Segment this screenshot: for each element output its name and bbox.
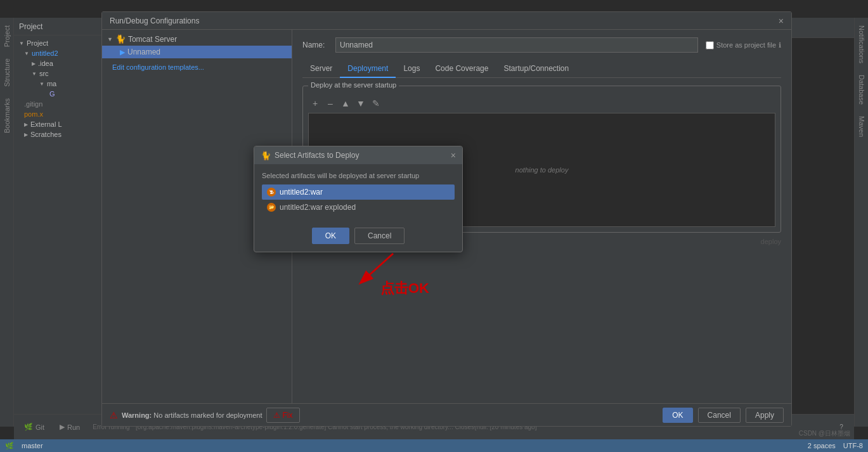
tomcat-server-icon: 🐈 <box>115 34 126 44</box>
warning-icon: ⚠ <box>110 410 118 420</box>
tab-startup-connection[interactable]: Startup/Connection <box>496 60 576 78</box>
tree-item-ma[interactable]: ▼ ma <box>14 79 102 89</box>
artifact-dialog-footer: OK Cancel <box>254 223 462 252</box>
chevron-src: ▼ <box>32 71 37 77</box>
edit-templates-link[interactable]: Edit configuration templates... <box>102 58 292 76</box>
config-tabs: Server Deployment Logs Code Coverage Sta… <box>302 60 781 78</box>
git-icon: 🌿 <box>24 423 33 431</box>
unnamed-config-label: Unnamed <box>127 48 160 56</box>
store-as-file-info-icon: ℹ <box>779 41 781 49</box>
chevron-ma: ▼ <box>39 81 44 87</box>
git-tab[interactable]: 🌿 Git <box>19 420 49 434</box>
edit-artifact-btn[interactable]: ✎ <box>369 96 383 110</box>
tab-code-coverage[interactable]: Code Coverage <box>427 60 496 78</box>
unnamed-config-item[interactable]: ▶ Unnamed <box>102 46 292 58</box>
sidebar-tab-project[interactable]: Project <box>1 20 13 52</box>
status-bar: 🌿 master 2 spaces UTF-8 <box>0 439 868 452</box>
tomcat-chevron-icon: ▼ <box>107 36 113 42</box>
branch-icon: 🌿 <box>5 442 14 450</box>
tab-logs[interactable]: Logs <box>396 60 427 78</box>
artifact-label-war: untitled2:war <box>280 188 323 197</box>
cancel-btn[interactable]: Cancel <box>698 408 741 423</box>
tree-label-g: G <box>49 90 55 98</box>
tree-label-src: src <box>39 70 49 77</box>
tree-item-project[interactable]: ▼ Project <box>14 38 102 48</box>
sidebar-tab-notifications[interactable]: Notifications <box>856 20 867 68</box>
run-debug-close-btn[interactable]: × <box>779 16 784 26</box>
run-tab-label: Run <box>67 423 80 431</box>
tree-item-gitignore[interactable]: .gitign <box>14 99 102 109</box>
apply-btn[interactable]: Apply <box>746 408 784 423</box>
artifact-icon-war: 🗜 <box>267 188 276 197</box>
tree-item-g[interactable]: G <box>14 89 102 99</box>
store-as-file-label: Store as project file <box>716 41 776 49</box>
run-tab[interactable]: ▶ Run <box>55 420 85 434</box>
tomcat-group-label: Tomcat Server <box>128 35 177 44</box>
tree-label-ma: ma <box>47 80 56 87</box>
tree-label-untitled2: untitled2 <box>32 49 58 57</box>
run-config-icon: ▶ <box>120 48 125 56</box>
tomcat-group[interactable]: ▼ 🐈 Tomcat Server <box>102 32 292 46</box>
name-input-field[interactable] <box>335 37 698 53</box>
name-field-label: Name: <box>302 41 328 49</box>
sidebar-tab-database[interactable]: Database <box>856 70 867 110</box>
artifact-label-war-exploded: untitled2:war exploded <box>280 203 356 212</box>
tree-label-idea: .idea <box>38 60 53 67</box>
artifact-dialog-title-label: Select Artifacts to Deploy <box>275 151 359 160</box>
tree-item-scratches[interactable]: ▶ Scratches <box>14 129 102 139</box>
artifact-dialog-close-btn[interactable]: × <box>451 150 456 160</box>
watermark: CSDN @日林墨烟 <box>799 429 850 438</box>
artifact-item-war[interactable]: 🗜 untitled2:war <box>262 184 455 200</box>
deploy-toolbar: + – ▲ ▼ ✎ <box>308 96 775 110</box>
project-panel-header: Project <box>14 18 102 36</box>
move-up-btn[interactable]: ▲ <box>339 96 353 110</box>
run-debug-footer: ⚠ Warning: No artifacts marked for deplo… <box>102 403 791 426</box>
footer-buttons: OK Cancel Apply <box>663 408 784 423</box>
tab-deployment[interactable]: Deployment <box>340 60 396 78</box>
fix-btn[interactable]: ⚠ Fix <box>266 408 300 423</box>
run-debug-title: Run/Debug Configurations <box>110 16 199 25</box>
artifact-dialog-title-text: 🐈 Select Artifacts to Deploy <box>261 151 359 160</box>
artifact-cancel-btn[interactable]: Cancel <box>354 228 405 244</box>
artifact-description: Selected artifacts will be deployed at s… <box>262 172 455 179</box>
tree-label-external: External L <box>30 120 62 128</box>
fix-label: Fix <box>283 411 293 420</box>
tree-item-idea[interactable]: ▶ .idea <box>14 58 102 68</box>
tree-item-untitled2[interactable]: ▼ untitled2 <box>14 48 102 58</box>
ok-btn[interactable]: OK <box>663 408 692 423</box>
store-as-file-checkbox[interactable] <box>706 41 714 49</box>
artifact-item-war-exploded[interactable]: 📂 untitled2:war exploded <box>262 200 455 215</box>
run-tab-icon: ▶ <box>60 423 65 431</box>
move-down-btn[interactable]: ▼ <box>354 96 368 110</box>
tab-server[interactable]: Server <box>302 60 340 78</box>
tree-label-scratches: Scratches <box>30 131 62 138</box>
warning-text: Warning: No artifacts marked for deploym… <box>122 411 262 419</box>
fix-icon: ⚠ <box>273 411 280 420</box>
chevron-untitled2: ▼ <box>24 51 29 56</box>
artifact-dialog-titlebar: 🐈 Select Artifacts to Deploy × <box>254 146 462 164</box>
sidebar-tab-maven[interactable]: Maven <box>856 111 867 142</box>
sidebar-tab-structure[interactable]: Structure <box>1 53 13 92</box>
tree-label-pom: pom.x <box>24 110 43 118</box>
tree-label-project: Project <box>27 39 48 47</box>
tree-item-src[interactable]: ▼ src <box>14 68 102 79</box>
add-artifact-btn[interactable]: + <box>308 96 322 110</box>
artifact-dialog-title-icon: 🐈 <box>261 151 271 160</box>
run-debug-titlebar: Run/Debug Configurations × <box>102 12 791 30</box>
warning-bar: ⚠ Warning: No artifacts marked for deplo… <box>110 408 657 423</box>
right-sidebar: Notifications Database Maven <box>854 18 868 427</box>
chevron-idea: ▶ <box>32 61 36 67</box>
chevron-project: ▼ <box>19 41 24 46</box>
status-left: 🌿 master <box>5 442 43 450</box>
encoding-label: UTF-8 <box>843 442 863 449</box>
tree-label-gitignore: .gitign <box>24 100 42 108</box>
tree-item-pom[interactable]: pom.x <box>14 109 102 119</box>
sidebar-tab-bookmarks[interactable]: Bookmarks <box>1 93 13 138</box>
artifact-dialog-body: Selected artifacts will be deployed at s… <box>254 164 462 223</box>
warning-detail: No artifacts marked for deployment <box>153 411 262 419</box>
remove-artifact-btn[interactable]: – <box>323 96 337 110</box>
artifact-ok-btn[interactable]: OK <box>312 228 349 244</box>
branch-label: master <box>22 442 43 449</box>
tree-item-external[interactable]: ▶ External L <box>14 119 102 129</box>
git-tab-label: Git <box>36 423 44 431</box>
